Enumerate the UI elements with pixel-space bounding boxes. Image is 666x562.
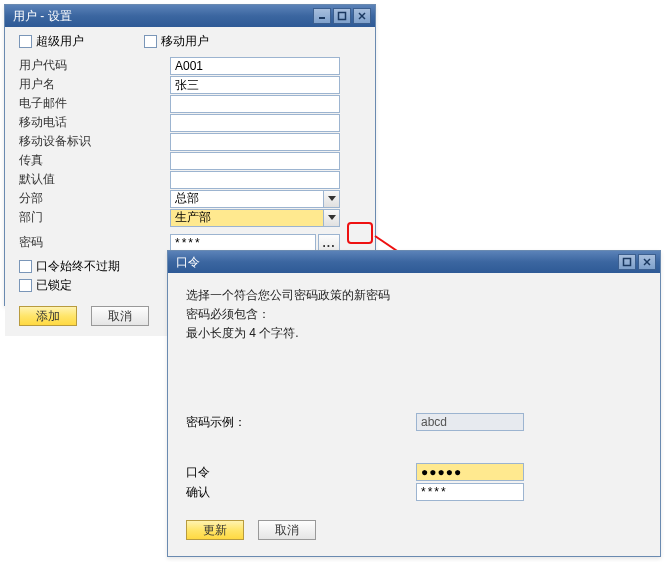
usercode-label: 用户代码 — [15, 57, 170, 74]
example-label: 密码示例： — [186, 414, 416, 431]
usercode-input[interactable]: A001 — [170, 57, 340, 75]
fax-input[interactable] — [170, 152, 340, 170]
mobileuser-label: 移动用户 — [161, 33, 209, 50]
checkbox-icon — [19, 260, 32, 273]
superuser-label: 超级用户 — [36, 33, 84, 50]
dept-value: 生产部 — [175, 209, 211, 226]
add-button-label: 添加 — [36, 308, 60, 325]
add-button[interactable]: 添加 — [19, 306, 77, 326]
user-settings-titlebar[interactable]: 用户 - 设置 — [5, 5, 375, 27]
mobiledevice-label: 移动设备标识 — [15, 133, 170, 150]
svg-rect-1 — [339, 13, 346, 20]
password-dialog-titlebar[interactable]: 口令 — [168, 251, 660, 273]
cancel-button-label: 取消 — [108, 308, 132, 325]
username-input[interactable]: 张三 — [170, 76, 340, 94]
branch-label: 分部 — [15, 190, 170, 207]
maximize-button[interactable] — [333, 8, 351, 24]
cancel-button[interactable]: 取消 — [91, 306, 149, 326]
locked-label: 已锁定 — [36, 277, 72, 294]
fax-label: 传真 — [15, 152, 170, 169]
dept-select[interactable]: 生产部 — [170, 209, 340, 227]
noexpire-label: 口令始终不过期 — [36, 258, 120, 275]
password-dialog-title: 口令 — [176, 254, 618, 271]
cancel-button-2-label: 取消 — [275, 522, 299, 539]
password2-input[interactable]: ●●●●● — [416, 463, 524, 481]
mobilephone-label: 移动电话 — [15, 114, 170, 131]
confirm-label: 确认 — [186, 484, 416, 501]
dropdown-arrow-icon — [323, 191, 339, 207]
email-input[interactable] — [170, 95, 340, 113]
password-dialog-window: 口令 选择一个符合您公司密码政策的新密码 密码必须包含： 最小长度为 4 个字符… — [167, 250, 661, 557]
defaults-label: 默认值 — [15, 171, 170, 188]
cancel-button-2[interactable]: 取消 — [258, 520, 316, 540]
branch-select[interactable]: 总部 — [170, 190, 340, 208]
dept-label: 部门 — [15, 209, 170, 226]
superuser-checkbox[interactable]: 超级用户 — [19, 33, 84, 50]
svg-marker-4 — [328, 196, 336, 201]
example-value: abcd — [416, 413, 524, 431]
maximize-button[interactable] — [618, 254, 636, 270]
password-ellipsis-button[interactable]: ... — [318, 234, 340, 252]
username-label: 用户名 — [15, 76, 170, 93]
update-button-label: 更新 — [203, 522, 227, 539]
update-button[interactable]: 更新 — [186, 520, 244, 540]
info-line-3: 最小长度为 4 个字符. — [186, 325, 642, 342]
info-line-2: 密码必须包含： — [186, 306, 642, 323]
password-label: 密码 — [15, 234, 170, 251]
mobiledevice-input[interactable] — [170, 133, 340, 151]
info-line-1: 选择一个符合您公司密码政策的新密码 — [186, 287, 642, 304]
password2-label: 口令 — [186, 464, 416, 481]
dropdown-arrow-icon — [323, 210, 339, 226]
svg-marker-5 — [328, 215, 336, 220]
minimize-button[interactable] — [313, 8, 331, 24]
mobilephone-input[interactable] — [170, 114, 340, 132]
confirm-input[interactable]: **** — [416, 483, 524, 501]
checkbox-icon — [19, 35, 32, 48]
mobileuser-checkbox[interactable]: 移动用户 — [144, 33, 209, 50]
checkbox-icon — [19, 279, 32, 292]
svg-rect-8 — [624, 259, 631, 266]
user-settings-title: 用户 - 设置 — [13, 8, 313, 25]
defaults-input[interactable] — [170, 171, 340, 189]
email-label: 电子邮件 — [15, 95, 170, 112]
close-button[interactable] — [638, 254, 656, 270]
close-button[interactable] — [353, 8, 371, 24]
branch-value: 总部 — [175, 190, 199, 207]
checkbox-icon — [144, 35, 157, 48]
password-input[interactable]: **** — [170, 234, 316, 252]
